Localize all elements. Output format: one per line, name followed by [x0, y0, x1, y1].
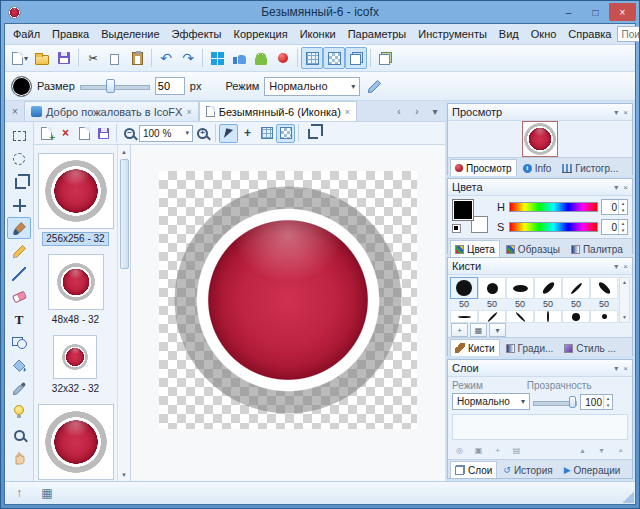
- minimize-button[interactable]: –: [555, 3, 582, 21]
- brush-shape[interactable]: [478, 310, 506, 323]
- close-button[interactable]: ×: [609, 3, 636, 21]
- undo-button[interactable]: ↶: [155, 47, 177, 69]
- tab-history[interactable]: ↺История: [498, 461, 557, 478]
- zoom-out-button[interactable]: −: [120, 124, 139, 143]
- brush-shape[interactable]: [506, 310, 534, 323]
- tab-welcome[interactable]: Добро пожаловать в IcoFX ×: [24, 101, 199, 121]
- layer-mode-select[interactable]: Нормально ▾: [452, 393, 530, 410]
- tabs-scroll-right-button[interactable]: ›: [409, 103, 425, 119]
- scroll-down-icon[interactable]: ▼: [118, 468, 130, 481]
- spin-down-icon[interactable]: ▾: [604, 402, 612, 409]
- show-pixel-grid-button[interactable]: [276, 124, 295, 143]
- redo-button[interactable]: ↷: [177, 47, 199, 69]
- collapse-icon[interactable]: ▾: [614, 108, 618, 117]
- brush-shape[interactable]: [534, 277, 562, 299]
- brush-shape[interactable]: [478, 277, 506, 299]
- tab-preview[interactable]: Просмотр: [450, 159, 517, 176]
- hue-slider[interactable]: [509, 202, 598, 212]
- scroll-down-icon[interactable]: ▼: [622, 313, 627, 322]
- size-item-partial[interactable]: [38, 396, 114, 480]
- close-panel-icon[interactable]: ×: [623, 262, 628, 271]
- brush-shape[interactable]: [590, 277, 618, 299]
- spin-down-icon[interactable]: ▾: [619, 227, 627, 234]
- new-brush-button[interactable]: +: [451, 323, 468, 337]
- canvas-area[interactable]: [131, 145, 445, 481]
- close-panel-icon[interactable]: ×: [623, 183, 628, 192]
- brush-shape[interactable]: [534, 310, 562, 323]
- tab-style[interactable]: Стиль ...: [559, 339, 621, 356]
- paste-button[interactable]: [126, 47, 148, 69]
- toggle-onion-skin-button[interactable]: [345, 47, 367, 69]
- brush-tip-preview[interactable]: [11, 76, 32, 97]
- brush-shape[interactable]: [590, 310, 618, 323]
- cut-button[interactable]: ✂: [82, 47, 104, 69]
- brush-shape[interactable]: [562, 277, 590, 299]
- tab-palette[interactable]: Палитра: [566, 240, 628, 257]
- tool-lighten[interactable]: [7, 401, 31, 423]
- scrollbar-thumb[interactable]: [120, 159, 129, 269]
- scroll-up-icon[interactable]: ▲: [622, 278, 627, 287]
- default-colors-icon[interactable]: [452, 224, 461, 233]
- size-item-256[interactable]: 256x256 - 32: [38, 145, 114, 246]
- size-input[interactable]: [155, 77, 185, 95]
- windows-export-button[interactable]: [206, 47, 228, 69]
- brush-shape[interactable]: [450, 310, 478, 323]
- slider-knob[interactable]: [106, 79, 115, 93]
- brush-shape[interactable]: [506, 277, 534, 299]
- resize-grip[interactable]: [622, 491, 634, 503]
- menu-icons[interactable]: Иконки: [294, 26, 342, 42]
- collapse-icon[interactable]: ▾: [614, 364, 618, 373]
- menu-options[interactable]: Параметры: [342, 26, 413, 42]
- move-layer-up-button[interactable]: ▴: [574, 444, 591, 458]
- facebook-like-button[interactable]: [228, 47, 250, 69]
- menu-edit[interactable]: Правка: [46, 26, 95, 42]
- layers-list[interactable]: [452, 414, 628, 440]
- menu-view[interactable]: Вид: [493, 26, 525, 42]
- new-image-button[interactable]: +: [37, 124, 56, 143]
- grid-status-button[interactable]: ▦: [37, 484, 57, 502]
- size-item-48[interactable]: 48x48 - 32: [48, 246, 104, 327]
- tool-crop[interactable]: [7, 171, 31, 193]
- tool-pencil[interactable]: [7, 240, 31, 262]
- picker-mode-button[interactable]: +: [238, 124, 257, 143]
- layer-opacity-slider[interactable]: [533, 395, 577, 409]
- tab-histogram[interactable]: Гистогр...: [557, 159, 623, 176]
- save-button[interactable]: [53, 47, 75, 69]
- menu-help[interactable]: Справка: [562, 26, 617, 42]
- resize-canvas-button[interactable]: [302, 124, 321, 143]
- tab-brushes[interactable]: Кисти: [450, 339, 500, 356]
- tab-gradient[interactable]: Гради...: [501, 339, 559, 356]
- menu-tools[interactable]: Инструменты: [412, 26, 493, 42]
- menu-file[interactable]: Файл: [7, 26, 46, 42]
- pen-pressure-button[interactable]: [365, 77, 384, 96]
- collapse-icon[interactable]: ▾: [614, 262, 618, 271]
- tab-colors[interactable]: Цвета: [450, 240, 500, 257]
- color-swatches[interactable]: [452, 199, 492, 233]
- zoom-level-select[interactable]: 100 % ▾: [139, 125, 193, 142]
- foreground-color-swatch[interactable]: [452, 199, 474, 221]
- open-button[interactable]: [31, 47, 53, 69]
- tab-close-icon[interactable]: ×: [345, 107, 350, 117]
- tool-eyedropper[interactable]: [7, 378, 31, 400]
- tab-close-icon[interactable]: ×: [186, 107, 191, 117]
- close-panel-icon[interactable]: ×: [623, 364, 628, 373]
- close-panel-icon[interactable]: ×: [623, 108, 628, 117]
- tool-line[interactable]: [7, 263, 31, 285]
- tab-current-document[interactable]: Безымянный-6 (Иконка) ×: [199, 101, 357, 121]
- brush-shape[interactable]: [450, 277, 478, 299]
- show-grid-button[interactable]: [257, 124, 276, 143]
- copy-button[interactable]: [104, 47, 126, 69]
- canvas-checkerboard[interactable]: [159, 171, 417, 429]
- zoom-in-button[interactable]: +: [193, 124, 212, 143]
- saturation-slider[interactable]: [509, 222, 598, 232]
- hue-spinner[interactable]: 0 ▴▾: [601, 199, 628, 215]
- collapse-icon[interactable]: ▾: [614, 183, 618, 192]
- layer-mask-button[interactable]: ▣: [470, 444, 487, 458]
- brush-options-button[interactable]: ▾: [489, 323, 506, 337]
- menu-adjust[interactable]: Коррекция: [228, 26, 294, 42]
- blend-mode-select[interactable]: Нормально ▾: [264, 77, 360, 96]
- brush-grid-button[interactable]: ▦: [470, 323, 487, 337]
- size-item-32[interactable]: 32x32 - 32: [49, 327, 102, 396]
- icon-list-scrollbar[interactable]: ▲ ▼: [117, 145, 130, 481]
- pointer-mode-button[interactable]: [219, 124, 238, 143]
